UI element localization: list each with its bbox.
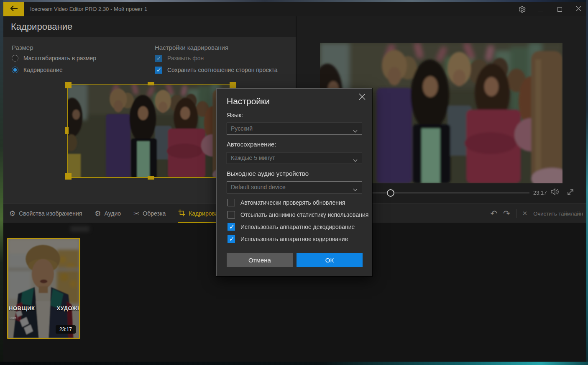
desktop-wallpaper-right	[586, 0, 588, 365]
autosave-label: Автосохранение:	[227, 141, 276, 148]
checkbox-label: Сохранить соотношение сторон проекта	[167, 67, 278, 73]
dialog-title: Настройки	[227, 96, 270, 106]
maximize-icon	[557, 7, 562, 12]
checkbox-hw-decoding[interactable]: Использовать аппаратное декодирование	[228, 223, 355, 231]
checkbox-label: Автоматически проверять обновления	[240, 199, 345, 206]
crop-frame[interactable]	[67, 84, 234, 178]
window-title: Icecream Video Editor PRO 2.30 - Мой про…	[30, 2, 147, 16]
clip-duration-badge: 23:17	[56, 325, 76, 334]
dialog-close-icon[interactable]	[358, 93, 366, 100]
tab-label: Свойства изображения	[19, 210, 82, 217]
radio-crop[interactable]: Кадрирование	[12, 66, 63, 74]
radio-label: Кадрирование	[23, 67, 63, 73]
crop-handle-bottom[interactable]	[148, 176, 154, 180]
audio-device-select[interactable]: Default sound device	[227, 181, 362, 193]
settings-gear-icon[interactable]	[515, 2, 529, 16]
checkbox-checked-icon	[155, 67, 162, 74]
checkbox-keep-aspect-ratio[interactable]: Сохранить соотношение сторон проекта	[155, 66, 278, 74]
crop-handle-top-left[interactable]	[65, 82, 72, 88]
crop-handle-top[interactable]	[148, 82, 154, 85]
tab-audio[interactable]: ⚙ Аудио	[95, 204, 121, 223]
close-window-button[interactable]	[571, 2, 585, 16]
chevron-down-icon	[353, 185, 358, 190]
radio-scale-to-size[interactable]: Масштабировать в размер	[12, 54, 96, 62]
checkbox-checked-icon	[228, 235, 235, 243]
chevron-down-icon	[353, 126, 358, 132]
ok-button[interactable]: ОК	[297, 253, 363, 267]
clip-overlay-text-right: ХУДОЖН	[57, 305, 80, 311]
clip-overlay-text-left: НОВЩИК	[9, 305, 35, 311]
seek-handle[interactable]	[387, 189, 394, 197]
scissors-icon: ✂	[133, 210, 139, 217]
timeline-clip-selected[interactable]: НОВЩИК ХУДОЖН новш 23:17	[7, 238, 80, 339]
tab-image-properties[interactable]: ⚙ Свойства изображения	[9, 204, 82, 223]
checkbox-label: Отсылать анонимно статистику использован…	[240, 211, 368, 218]
tab-trim[interactable]: ✂ Обрезка	[133, 204, 166, 223]
checkbox-checked-disabled-icon	[155, 55, 162, 62]
checkbox-label: Размыть фон	[167, 55, 204, 62]
cancel-button[interactable]: Отмена	[227, 253, 293, 267]
arrow-left-icon	[10, 5, 18, 13]
checkbox-unchecked-icon	[228, 199, 235, 206]
checkbox-unchecked-icon	[228, 211, 235, 218]
screen: Icecream Video Editor PRO 2.30 - Мой про…	[0, 0, 588, 365]
volume-icon[interactable]	[551, 188, 560, 197]
checkbox-checked-icon	[228, 223, 235, 231]
settings-dialog: Настройки Язык: Русский Автосохранение: …	[216, 88, 372, 276]
clip-overlay-text-small: новш	[10, 316, 20, 320]
checkbox-anonymous-stats[interactable]: Отсылать анонимно статистику использован…	[228, 211, 368, 219]
desktop-wallpaper-left	[0, 0, 3, 365]
autosave-select[interactable]: Каждые 5 минут	[227, 152, 362, 164]
radio-selected-icon	[12, 67, 18, 73]
checkbox-auto-updates[interactable]: Автоматически проверять обновления	[228, 198, 345, 207]
page-title: Кадрирование	[11, 16, 72, 37]
clear-timeline-label[interactable]: Очистить таймлайн	[533, 211, 583, 217]
radio-label: Масштабировать в размер	[23, 55, 96, 62]
titlebar: Icecream Video Editor PRO 2.30 - Мой про…	[3, 2, 586, 16]
clip-thumbnail-scene	[8, 239, 79, 338]
close-icon	[576, 5, 581, 13]
size-group-label: Размер	[12, 44, 33, 51]
audio-device-label: Выходное аудио устройство	[227, 170, 309, 177]
desktop-wallpaper-bottom	[0, 362, 588, 365]
timeline-ruler-mark	[70, 226, 89, 232]
crop-handle-left[interactable]	[65, 127, 69, 134]
undo-icon[interactable]: ↶	[490, 209, 497, 218]
gear-icon: ⚙	[9, 210, 15, 217]
playback-time: 23:17	[533, 190, 547, 196]
gear-icon: ⚙	[95, 210, 101, 217]
seek-bar[interactable]	[353, 193, 529, 193]
checkbox-hw-encoding[interactable]: Использовать аппаратное кодирование	[228, 235, 348, 243]
crop-handle-top-right[interactable]	[230, 82, 236, 88]
clear-timeline-icon[interactable]: ✕	[522, 210, 528, 217]
toolbar-tabs: ⚙ Свойства изображения ⚙ Аудио ✂ Обрезка…	[9, 204, 247, 223]
checkbox-label: Использовать аппаратное декодирование	[240, 224, 355, 230]
tab-label: Обрезка	[143, 210, 166, 217]
language-value: Русский	[231, 125, 253, 132]
crop-handle-bottom-left[interactable]	[65, 173, 72, 180]
crop-stage	[67, 84, 234, 178]
redo-icon[interactable]: ↷	[503, 209, 510, 218]
radio-icon	[12, 55, 18, 62]
toolbar-separator	[516, 209, 516, 218]
minimize-icon	[538, 11, 543, 11]
maximize-button[interactable]	[552, 2, 567, 16]
toolbar-actions: ↶ ↷ ✕ Очистить таймлайн	[490, 204, 583, 223]
crop-icon	[178, 209, 185, 218]
fullscreen-icon[interactable]	[567, 188, 574, 198]
back-button[interactable]	[3, 2, 24, 16]
tab-label: Аудио	[105, 210, 121, 217]
panel-header: Кадрирование	[3, 16, 296, 37]
checkbox-label: Использовать аппаратное кодирование	[240, 236, 348, 242]
language-select[interactable]: Русский	[227, 123, 362, 135]
language-label: Язык:	[227, 111, 243, 118]
autosave-value: Каждые 5 минут	[231, 154, 275, 161]
chevron-down-icon	[353, 156, 358, 161]
minimize-button[interactable]	[534, 2, 548, 16]
crop-settings-group-label: Настройки кадрирования	[155, 44, 228, 51]
checkbox-blur-background[interactable]: Размыть фон	[155, 54, 204, 62]
audio-device-value: Default sound device	[231, 184, 286, 190]
